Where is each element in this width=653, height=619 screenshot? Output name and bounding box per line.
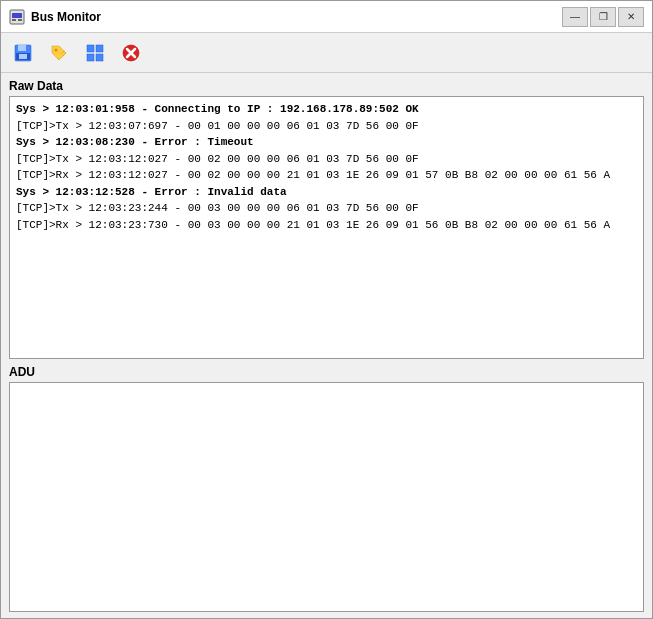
main-content: Raw Data Sys > 12:03:01:958 - Connecting… (1, 73, 652, 618)
data-line: [TCP]>Rx > 12:03:23:730 - 00 03 00 00 00… (16, 217, 637, 234)
svg-point-8 (55, 48, 58, 51)
svg-rect-3 (18, 19, 22, 21)
svg-rect-5 (18, 45, 26, 51)
stop-icon (121, 43, 141, 63)
tag-button[interactable] (43, 39, 75, 67)
data-line: [TCP]>Tx > 12:03:07:697 - 00 01 00 00 00… (16, 118, 637, 135)
raw-data-box[interactable]: Sys > 12:03:01:958 - Connecting to IP : … (9, 96, 644, 359)
window-title: Bus Monitor (31, 10, 562, 24)
window-controls: — ❐ ✕ (562, 7, 644, 27)
adu-box[interactable] (9, 382, 644, 612)
data-line: Sys > 12:03:08:230 - Error : Timeout (16, 134, 637, 151)
grid-button[interactable] (79, 39, 111, 67)
svg-rect-12 (96, 54, 103, 61)
svg-rect-11 (87, 54, 94, 61)
stop-button[interactable] (115, 39, 147, 67)
close-button[interactable]: ✕ (618, 7, 644, 27)
save-icon (13, 43, 33, 63)
toolbar (1, 33, 652, 73)
adu-section: ADU (9, 365, 644, 612)
restore-button[interactable]: ❐ (590, 7, 616, 27)
raw-data-section: Raw Data Sys > 12:03:01:958 - Connecting… (9, 79, 644, 359)
title-bar: Bus Monitor — ❐ ✕ (1, 1, 652, 33)
svg-rect-10 (96, 45, 103, 52)
svg-rect-2 (12, 19, 16, 21)
data-line: Sys > 12:03:12:528 - Error : Invalid dat… (16, 184, 637, 201)
svg-rect-1 (12, 13, 22, 18)
minimize-button[interactable]: — (562, 7, 588, 27)
svg-rect-9 (87, 45, 94, 52)
raw-data-label: Raw Data (9, 79, 644, 93)
bus-monitor-icon (9, 9, 25, 25)
grid-icon (85, 43, 105, 63)
data-line: [TCP]>Tx > 12:03:23:244 - 00 03 00 00 00… (16, 200, 637, 217)
data-line: [TCP]>Rx > 12:03:12:027 - 00 02 00 00 00… (16, 167, 637, 184)
svg-rect-7 (19, 54, 27, 59)
tag-icon (49, 43, 69, 63)
adu-label: ADU (9, 365, 644, 379)
save-button[interactable] (7, 39, 39, 67)
data-line: Sys > 12:03:01:958 - Connecting to IP : … (16, 101, 637, 118)
data-line: [TCP]>Tx > 12:03:12:027 - 00 02 00 00 00… (16, 151, 637, 168)
main-window: Bus Monitor — ❐ ✕ (0, 0, 653, 619)
